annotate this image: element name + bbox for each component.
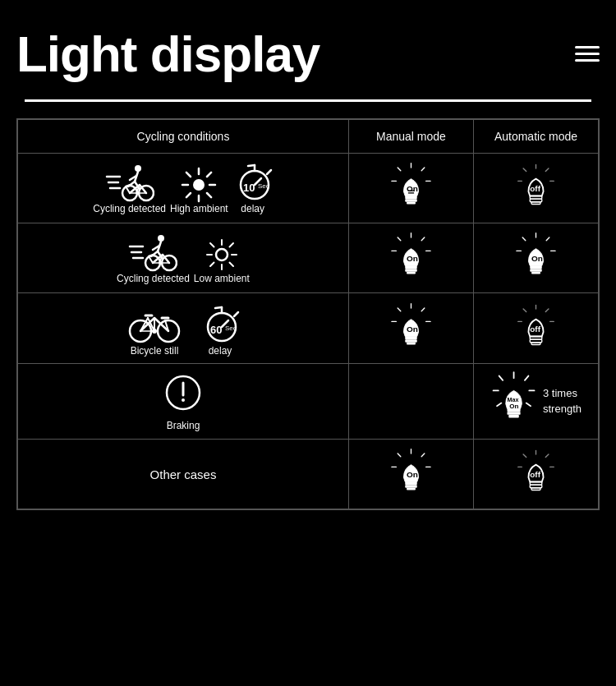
col-header-manual: Manual mode [348, 120, 473, 154]
manual-cell-3: On [348, 293, 473, 364]
auto-cell-3: off [473, 293, 598, 364]
timer-60-icon: 60 Sec delay [200, 304, 241, 357]
svg-line-73 [210, 243, 214, 247]
svg-line-110 [234, 312, 238, 316]
svg-line-76 [210, 263, 214, 267]
svg-line-141 [526, 403, 531, 407]
manual-cell-1: On [348, 154, 473, 223]
max-on-bulb-icon: Max On [490, 371, 538, 432]
svg-rect-92 [530, 269, 542, 272]
cond-label-cycling1: Cycling detected [93, 203, 166, 214]
svg-line-24 [186, 193, 191, 197]
svg-point-68 [216, 249, 228, 260]
svg-text:60: 60 [210, 324, 222, 336]
svg-rect-119 [405, 336, 417, 339]
svg-line-124 [545, 308, 549, 311]
svg-point-134 [182, 398, 185, 402]
svg-line-27 [248, 165, 255, 166]
svg-line-46 [523, 168, 526, 172]
cond-label-bicycle-still: Bicycle still [131, 345, 179, 357]
svg-line-23 [207, 173, 211, 177]
table-row: Cycling detected [18, 223, 599, 293]
svg-line-148 [421, 453, 425, 457]
svg-rect-91 [530, 266, 542, 269]
conditions-cell-2: Cycling detected [18, 223, 349, 293]
svg-line-115 [421, 308, 425, 311]
table-row: Other cases [18, 440, 599, 509]
svg-rect-121 [407, 342, 416, 344]
table-row: Braking [18, 364, 599, 440]
svg-rect-143 [508, 412, 521, 415]
svg-line-33 [421, 168, 425, 171]
svg-line-75 [229, 243, 233, 247]
conditions-cell-3: Bicycle still 60 Sec [18, 293, 349, 364]
svg-rect-163 [531, 488, 540, 490]
svg-rect-83 [405, 269, 417, 272]
cond-label-delay-2: delay [209, 345, 232, 357]
cond-label-other: Other cases [150, 467, 217, 481]
manual-cell-2: On [348, 223, 473, 293]
svg-line-138 [499, 376, 503, 380]
svg-rect-144 [508, 415, 518, 418]
page-title: Light display [16, 25, 319, 83]
cyclist-fast-icon-2: Cycling detected [117, 232, 190, 284]
svg-line-74 [229, 263, 233, 267]
cond-label-braking: Braking [167, 420, 200, 431]
conditions-cell-5: Other cases [18, 440, 349, 509]
light-display-table: Cycling conditions Manual mode Automatic… [16, 118, 600, 510]
menu-icon[interactable] [575, 46, 600, 62]
svg-line-78 [421, 237, 425, 241]
table-row: Bicycle still 60 Sec [18, 293, 599, 364]
svg-text:On: On [407, 325, 418, 334]
cyclist-fast-icon-1: Cycling detected [93, 162, 166, 214]
page-header: Light display [0, 0, 616, 91]
svg-line-159 [523, 454, 526, 458]
svg-line-21 [186, 173, 191, 177]
svg-text:Sec: Sec [225, 325, 237, 332]
svg-rect-152 [405, 482, 417, 486]
svg-line-140 [497, 403, 501, 407]
svg-rect-153 [405, 485, 417, 488]
svg-point-16 [193, 179, 205, 191]
bicycle-still-icon: Bicycle still [126, 300, 183, 357]
svg-line-80 [398, 237, 401, 241]
svg-line-89 [522, 237, 526, 241]
cond-label-high-ambient: High ambient [170, 203, 228, 214]
svg-rect-50 [531, 202, 540, 205]
col-header-conditions: Cycling conditions [18, 120, 349, 154]
svg-text:On: On [407, 184, 418, 193]
cond-label-low-ambient: Low ambient [194, 273, 250, 284]
svg-line-109 [215, 307, 222, 308]
auto-cell-2: On [473, 223, 598, 293]
conditions-cell-4: Braking [18, 364, 349, 440]
auto-cell-1: off [473, 154, 598, 223]
svg-rect-40 [405, 199, 417, 202]
svg-text:On: On [531, 254, 543, 263]
svg-text:off: off [530, 325, 540, 334]
svg-text:Sec: Sec [258, 182, 269, 190]
svg-rect-120 [405, 339, 417, 343]
svg-rect-39 [405, 196, 417, 200]
svg-line-28 [267, 170, 271, 174]
svg-text:off: off [530, 470, 540, 479]
svg-text:10: 10 [243, 182, 255, 194]
col-header-auto: Automatic mode [473, 120, 598, 154]
svg-rect-130 [531, 342, 540, 344]
svg-line-117 [398, 308, 401, 311]
manual-cell-5: On [348, 440, 473, 509]
svg-rect-41 [407, 202, 416, 205]
svg-rect-154 [407, 488, 416, 490]
svg-rect-82 [405, 266, 417, 269]
svg-text:On: On [407, 470, 418, 479]
manual-cell-4 [348, 364, 473, 440]
svg-line-150 [398, 453, 401, 457]
cond-label-delay-1: delay [241, 203, 264, 214]
svg-line-87 [546, 237, 549, 241]
svg-line-136 [525, 376, 528, 380]
svg-text:On: On [509, 403, 518, 410]
header-divider [25, 99, 591, 102]
svg-line-35 [398, 168, 401, 171]
three-times-strength-text: 3 times strength [543, 386, 582, 416]
svg-line-126 [523, 308, 526, 311]
svg-rect-93 [531, 272, 540, 274]
